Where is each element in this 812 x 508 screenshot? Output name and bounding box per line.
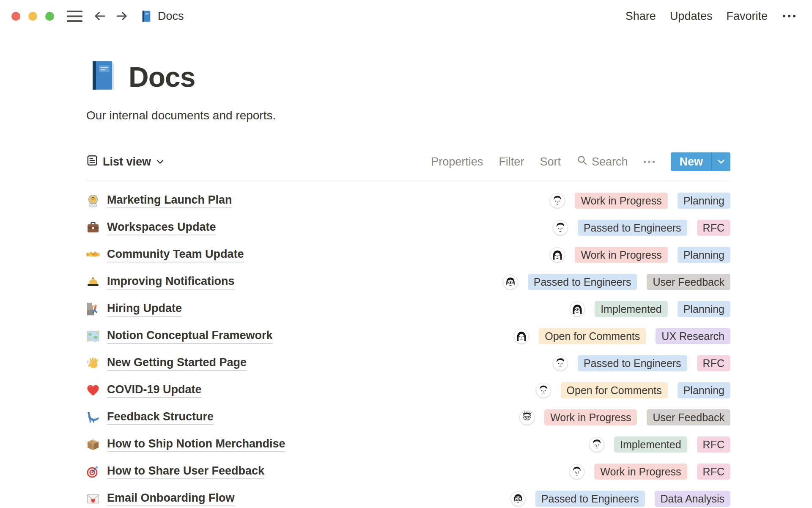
status-badge: Implemented [614,436,687,453]
forward-arrow-icon[interactable] [115,9,129,23]
man-glasses-avatar [519,410,535,425]
list-item[interactable]: Hiring Update Implemented Planning [86,295,730,323]
traffic-lights [11,12,54,21]
list-view-icon [86,155,98,169]
list-item[interactable]: Community Team Update Work in Progress P… [86,241,730,268]
category-badge: Planning [678,247,730,263]
page-description[interactable]: Our internal documents and reports. [86,108,730,122]
man-wavy-hair-avatar [589,437,604,452]
doc-title-link[interactable]: Community Team Update [107,247,244,262]
handshake-icon [86,248,100,262]
status-badge: Passed to Engineers [578,220,687,236]
new-dropdown-chevron-icon[interactable] [711,152,730,171]
doc-title-link[interactable]: Hiring Update [107,301,182,317]
woman-glasses-avatar [510,491,526,506]
doc-title-link[interactable]: How to Ship Notion Merchandise [107,437,285,452]
doc-title-link[interactable]: New Getting Started Page [107,356,247,371]
close-window-button[interactable] [11,12,20,21]
status-badge: Work in Progress [544,409,637,425]
heart-icon [86,384,100,397]
category-badge: User Feedback [647,409,730,425]
properties-button[interactable]: Properties [431,155,483,168]
doc-title-link[interactable]: Feedback Structure [107,410,214,425]
page-header: Docs [86,58,730,92]
love-letter-icon [86,492,100,505]
package-icon [86,438,100,451]
category-badge: UX Research [656,328,730,344]
sidebar-menu-icon[interactable] [67,11,82,22]
page-title: Docs [129,63,195,92]
sort-button[interactable]: Sort [540,155,561,168]
woman-glasses-avatar [503,274,518,290]
blue-book-page-icon[interactable] [86,58,120,92]
man-short-hair-avatar [550,193,565,208]
toolbar-divider [86,180,730,180]
back-arrow-icon[interactable] [93,9,107,23]
zoom-window-button[interactable] [45,12,54,21]
woman-long-hair-avatar [514,329,529,344]
woman-long-hair-avatar [550,247,565,262]
more-options-icon[interactable] [782,14,796,18]
status-badge: Passed to Engineers [578,355,687,371]
category-badge: Planning [678,301,730,317]
category-badge: Planning [678,382,730,398]
collection-toolbar: List view Properties Filter Sort Search … [86,152,730,171]
category-badge: User Feedback [647,274,730,290]
category-badge: RFC [697,436,730,453]
doc-title-link[interactable]: Workspaces Update [107,220,216,235]
status-badge: Work in Progress [575,247,667,263]
status-badge: Work in Progress [594,464,687,480]
window-titlebar: Docs Share Updates Favorite [0,0,812,32]
bell-icon [86,275,100,289]
category-badge: RFC [697,355,730,371]
list-item[interactable]: How to Share User Feedback Work in Progr… [86,458,730,485]
status-badge: Passed to Engineers [535,491,645,507]
list-item[interactable]: Email Onboarding Flow Passed to Engineer… [86,485,730,508]
doc-title-link[interactable]: Notion Conceptual Framework [107,329,273,344]
new-button-label[interactable]: New [671,152,711,171]
climber-icon [86,302,100,316]
doc-title-link[interactable]: Improving Notifications [107,274,235,290]
share-button[interactable]: Share [625,10,656,23]
person-long-hair-glasses-avatar [570,301,585,317]
briefcase-icon [86,221,100,235]
category-badge: Data Analysis [655,491,730,507]
category-badge: RFC [697,464,730,480]
search-button[interactable]: Search [576,155,628,169]
target-icon [86,465,100,478]
man-wavy-hair-avatar [553,220,568,235]
new-button[interactable]: New [671,152,730,171]
man-short-hair-avatar [536,383,551,398]
list-item[interactable]: How to Ship Notion Merchandise Implement… [86,431,730,458]
minimize-window-button[interactable] [28,12,37,21]
list-item[interactable]: Workspaces Update Passed to Engineers RF… [86,214,730,241]
search-label: Search [592,155,628,168]
list-item[interactable]: New Getting Started Page Passed to Engin… [86,350,730,377]
blue-book-icon [140,10,153,23]
doc-title-link[interactable]: How to Share User Feedback [107,464,264,479]
updates-button[interactable]: Updates [670,10,713,23]
status-badge: Open for Comments [561,382,668,398]
list-item[interactable]: Notion Conceptual Framework Open for Com… [86,323,730,350]
view-switcher-label: List view [103,155,151,168]
favorite-button[interactable]: Favorite [726,10,768,23]
filter-button[interactable]: Filter [499,155,524,168]
status-badge: Open for Comments [539,328,646,344]
astronaut-icon [86,194,100,207]
waving-hand-icon [86,356,100,370]
ellipsis-icon[interactable] [643,160,655,163]
breadcrumb-page-title[interactable]: Docs [158,10,184,23]
list-item[interactable]: Feedback Structure Work in Progress User… [86,404,730,431]
doc-title-link[interactable]: Marketing Launch Plan [107,193,232,208]
list-item[interactable]: COVID-19 Update Open for Comments Planni… [86,377,730,404]
list-item[interactable]: Marketing Launch Plan Work in Progress P… [86,187,730,214]
chevron-down-icon [156,160,164,164]
dinosaur-icon [86,411,100,424]
doc-title-link[interactable]: COVID-19 Update [107,383,202,398]
list-item[interactable]: Improving Notifications Passed to Engine… [86,268,730,295]
status-badge: Work in Progress [575,193,667,209]
man-wavy-hair-avatar [553,356,568,371]
document-list: Marketing Launch Plan Work in Progress P… [86,187,730,508]
doc-title-link[interactable]: Email Onboarding Flow [107,491,235,506]
view-switcher[interactable]: List view [86,155,164,169]
